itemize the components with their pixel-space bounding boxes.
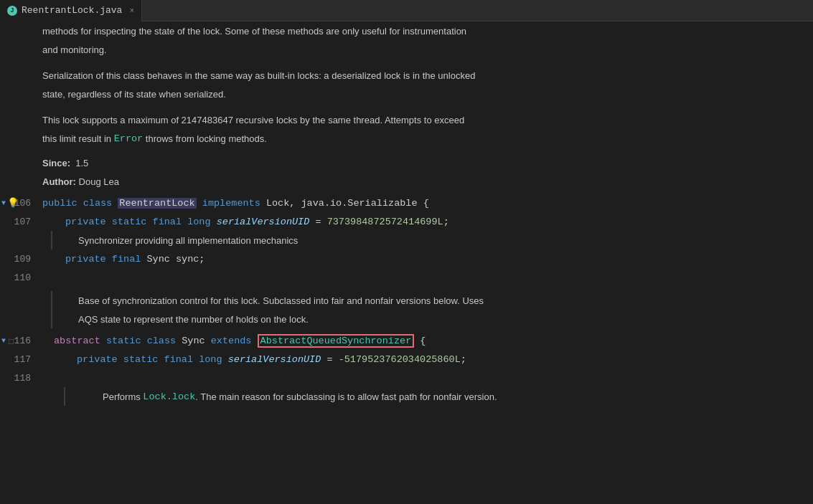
code-line-116: ▼ ⬚ 116 abstract static class Sync exten… bbox=[0, 331, 813, 350]
doc-line-author: Author: Doug Lea bbox=[0, 172, 813, 191]
line-number-109: 109 bbox=[14, 254, 31, 265]
line-106-content: public class ReentrantLock implements Lo… bbox=[39, 194, 813, 212]
lock-link[interactable]: Lock.lock bbox=[143, 391, 195, 402]
fold-arrow-106[interactable]: ▼ bbox=[1, 199, 6, 207]
doc-line-since: Since: 1.5 bbox=[0, 153, 813, 172]
code-line-117: 117 private static final long serialVers… bbox=[0, 350, 813, 369]
doc-line-max2: this limit result in Error throws from l… bbox=[0, 129, 813, 148]
author-line: Author: Doug Lea bbox=[39, 172, 813, 191]
kw-implements: implements bbox=[202, 198, 260, 209]
doc-line-methods2: and monitoring. bbox=[0, 40, 813, 59]
doc-line-base1: Base of synchronization control for this… bbox=[0, 291, 813, 310]
doc-line-serial1: Serialization of this class behaves in t… bbox=[0, 66, 813, 85]
doc-line-serial2: state, regardless of its state when seri… bbox=[0, 85, 813, 103]
error-link[interactable]: Error bbox=[114, 133, 144, 144]
file-tab[interactable]: J ReentrantLock.java × bbox=[0, 0, 142, 22]
gutter-107: 107 bbox=[0, 217, 39, 227]
code-line-106: ▼ 💡 106 public class ReentrantLock imple… bbox=[0, 194, 813, 212]
aqs-class-boxed: AbstractQueuedSynchronizer bbox=[258, 334, 415, 348]
doc-max-line2: this limit result in Error throws from l… bbox=[39, 129, 813, 148]
doc-line-methods1: methods for inspecting the state of the … bbox=[0, 22, 813, 40]
doc-max-line1: This lock supports a maximum of 21474836… bbox=[39, 110, 813, 129]
code-line-107: 107 private static final long serialVers… bbox=[0, 212, 813, 231]
tab-filename: ReentrantLock.java bbox=[22, 5, 122, 16]
line-110-content bbox=[39, 268, 813, 287]
line-number-110: 110 bbox=[14, 272, 31, 283]
line-number-117: 117 bbox=[14, 354, 31, 365]
doc-methods-line1: methods for inspecting the state of the … bbox=[39, 22, 813, 40]
gutter-109: 109 bbox=[0, 254, 39, 265]
line-number-116: 116 bbox=[14, 336, 31, 346]
line-number-107: 107 bbox=[14, 217, 31, 227]
performs-doc-line: Performs Lock.lock. The main reason for … bbox=[64, 387, 813, 406]
base-doc-line2: AQS state to represent the number of hol… bbox=[51, 310, 813, 328]
collapse-icon-116: ⬚ bbox=[9, 336, 14, 346]
kw-class: class bbox=[83, 198, 113, 209]
doc-line-performs: Performs Lock.lock. The main reason for … bbox=[0, 387, 813, 406]
code-line-110: 110 bbox=[0, 268, 813, 287]
tab-bar: J ReentrantLock.java × bbox=[0, 0, 813, 22]
editor-body: methods for inspecting the state of the … bbox=[0, 22, 813, 504]
spacer1 bbox=[0, 59, 813, 66]
doc-line-base2: AQS state to represent the number of hol… bbox=[0, 310, 813, 328]
kw-public: public bbox=[42, 198, 77, 209]
classname-reentrantlock: ReentrantLock bbox=[118, 198, 196, 209]
doc-line-max1: This lock supports a maximum of 21474836… bbox=[0, 110, 813, 129]
doc-serial-line1: Serialization of this class behaves in t… bbox=[39, 66, 813, 85]
spacer2 bbox=[0, 103, 813, 110]
close-tab-button[interactable]: × bbox=[129, 6, 134, 15]
gutter-106: ▼ 💡 106 bbox=[0, 198, 39, 209]
code-content: methods for inspecting the state of the … bbox=[0, 22, 813, 504]
gutter-110: 110 bbox=[0, 272, 39, 283]
bulb-icon-106[interactable]: 💡 bbox=[7, 197, 19, 209]
code-line-109: 109 private final Sync sync; bbox=[0, 249, 813, 268]
editor-window: J ReentrantLock.java × methods for inspe… bbox=[0, 0, 813, 504]
doc-methods-line2: and monitoring. bbox=[39, 40, 813, 59]
sync-doc-line: Synchronizer providing all implementatio… bbox=[51, 231, 813, 249]
gutter-116: ▼ ⬚ 116 bbox=[0, 336, 39, 346]
gutter-118: 118 bbox=[0, 373, 39, 384]
spacer3 bbox=[0, 148, 813, 153]
lines-container: methods for inspecting the state of the … bbox=[0, 22, 813, 406]
line-109-content: private final Sync sync; bbox=[39, 249, 813, 268]
line-117-content: private static final long serialVersionU… bbox=[39, 350, 813, 369]
line-116-content: abstract static class Sync extends Abstr… bbox=[39, 331, 813, 350]
java-file-icon: J bbox=[7, 6, 17, 16]
code-line-118: 118 bbox=[0, 369, 813, 387]
line-118-content bbox=[39, 369, 813, 387]
doc-line-sync: Synchronizer providing all implementatio… bbox=[0, 231, 813, 249]
line-number-118: 118 bbox=[14, 373, 31, 384]
doc-serial-line2: state, regardless of its state when seri… bbox=[39, 85, 813, 103]
since-line: Since: 1.5 bbox=[39, 153, 813, 172]
base-doc-line1: Base of synchronization control for this… bbox=[51, 291, 813, 310]
fold-arrow-116[interactable]: ▼ bbox=[1, 337, 6, 345]
line-107-content: private static final long serialVersionU… bbox=[39, 212, 813, 231]
gutter-117: 117 bbox=[0, 354, 39, 365]
